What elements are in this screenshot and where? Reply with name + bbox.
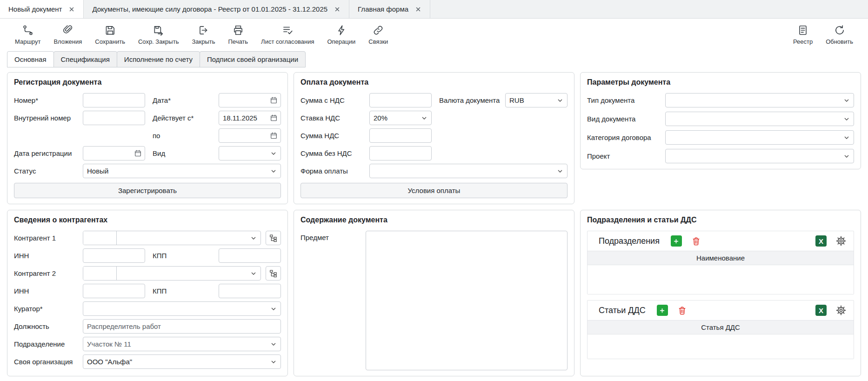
subject-textarea[interactable] bbox=[366, 231, 568, 370]
inn1-input[interactable] bbox=[83, 248, 145, 263]
tab-own-signatures[interactable]: Подписи своей организации bbox=[200, 51, 306, 67]
departments-add-row-button[interactable] bbox=[671, 235, 682, 247]
currency-select[interactable]: RUB bbox=[505, 93, 568, 107]
plus-icon bbox=[673, 238, 680, 245]
counterparty2-tree-button[interactable] bbox=[266, 266, 281, 281]
calendar-icon[interactable] bbox=[270, 96, 278, 104]
register-button[interactable]: Зарегистрировать bbox=[14, 183, 281, 198]
toolbar-label: Вложения bbox=[53, 38, 82, 45]
counterparty1-tree-button[interactable] bbox=[266, 231, 281, 245]
contract-category-select[interactable] bbox=[665, 130, 854, 145]
cashflow-export-excel-button[interactable]: X bbox=[815, 305, 827, 316]
currency-value: RUB bbox=[509, 96, 554, 104]
departments-settings-button[interactable] bbox=[835, 235, 847, 247]
window-tab-main-form[interactable]: Главная форма bbox=[349, 0, 430, 18]
counterparty2-select[interactable] bbox=[117, 267, 260, 280]
cashflow-delete-row-button[interactable] bbox=[676, 304, 688, 316]
registration-date-field[interactable] bbox=[83, 146, 145, 160]
doc-type-select[interactable] bbox=[665, 93, 854, 107]
toolbar-label: Сохранить bbox=[95, 38, 125, 45]
window-tab-registry-documents[interactable]: Документы, имеющие силу договора - Реест… bbox=[84, 0, 349, 18]
toolbar-label: Печать bbox=[228, 38, 248, 45]
toolbar-registry-button[interactable]: Реестр bbox=[788, 22, 817, 47]
departments-export-excel-button[interactable]: X bbox=[815, 235, 827, 247]
toolbar-links-button[interactable]: Связки bbox=[364, 22, 393, 47]
counterparty1-code-input[interactable] bbox=[83, 231, 117, 245]
panel-title: Оплата документа bbox=[300, 78, 568, 87]
toolbar-attachments-button[interactable]: Вложения bbox=[49, 22, 87, 47]
tab-main[interactable]: Основная bbox=[7, 51, 54, 67]
cashflow-add-row-button[interactable] bbox=[657, 305, 668, 316]
panel-payment: Оплата документа Сумма с НДС Валюта доку… bbox=[294, 72, 574, 204]
payment-form-select[interactable] bbox=[369, 164, 568, 178]
vat-rate-select[interactable]: 20% bbox=[369, 111, 432, 125]
label-vat-amount: Сумма НДС bbox=[300, 132, 369, 140]
position-input[interactable] bbox=[83, 319, 281, 334]
label-registration-date: Дата регистрации bbox=[14, 149, 83, 157]
toolbar-operations-button[interactable]: Операции bbox=[322, 22, 360, 47]
chevron-down-icon bbox=[270, 150, 277, 157]
counterparty2-code-input[interactable] bbox=[83, 267, 117, 280]
departments-table-toolbar: Подразделения X bbox=[588, 231, 854, 251]
calendar-icon[interactable] bbox=[134, 149, 142, 157]
trash-icon bbox=[691, 236, 701, 247]
tab-invoice-execution[interactable]: Исполнение по счету bbox=[117, 51, 200, 67]
status-select[interactable]: Новый bbox=[83, 164, 281, 178]
doc-date-field[interactable] bbox=[219, 93, 281, 107]
department-select[interactable]: Участок № 11 bbox=[83, 337, 281, 351]
counterparty1-select[interactable] bbox=[117, 231, 260, 245]
toolbar-refresh-button[interactable]: Обновить bbox=[821, 22, 858, 47]
departments-delete-row-button[interactable] bbox=[690, 235, 702, 247]
valid-from-field[interactable] bbox=[219, 111, 281, 125]
label-internal-number: Внутрений номер bbox=[14, 114, 83, 122]
chevron-down-icon bbox=[270, 305, 277, 313]
departments-table: Подразделения X Наименование bbox=[587, 231, 854, 294]
label-counterparty2: Контрагент 2 bbox=[14, 269, 83, 277]
form-tab-bar: Основная Спецификация Исполнение по счет… bbox=[0, 49, 868, 67]
panel-registration: Регистрация документа Номер* Дата* Внутр… bbox=[7, 72, 288, 204]
project-select[interactable] bbox=[665, 149, 854, 163]
window-tab-new-document[interactable]: Новый документ bbox=[0, 0, 84, 18]
tab-specification[interactable]: Спецификация bbox=[53, 51, 117, 67]
panel-title: Сведения о контрагентах bbox=[14, 216, 281, 224]
counterparty1-combobox[interactable] bbox=[83, 231, 261, 245]
toolbar-close-button[interactable]: Закрыть bbox=[187, 22, 220, 47]
label-number: Номер* bbox=[14, 96, 83, 104]
inn2-input[interactable] bbox=[83, 284, 145, 298]
amount-without-vat-input[interactable] bbox=[369, 146, 432, 160]
curator-select[interactable] bbox=[83, 301, 281, 316]
registry-icon bbox=[797, 24, 809, 36]
vat-amount-input[interactable] bbox=[369, 128, 432, 143]
panel-parameters: Параметры документа Тип документа Вид до… bbox=[580, 72, 861, 169]
toolbar-label: Лист согласования bbox=[261, 38, 314, 45]
payment-terms-button[interactable]: Условия оплаты bbox=[300, 183, 568, 198]
label-contract-category: Категория договора bbox=[587, 134, 665, 141]
toolbar-print-button[interactable]: Печать bbox=[224, 22, 253, 47]
close-tab-icon[interactable] bbox=[415, 6, 421, 13]
kpp1-input[interactable] bbox=[219, 248, 281, 263]
label-doc-type: Тип документа bbox=[587, 96, 665, 104]
counterparty2-combobox[interactable] bbox=[83, 266, 261, 281]
kind-select[interactable] bbox=[219, 146, 281, 160]
close-tab-icon[interactable] bbox=[334, 6, 341, 13]
number-input[interactable] bbox=[83, 93, 145, 107]
toolbar-save-button[interactable]: Сохранить bbox=[90, 22, 130, 47]
chevron-down-icon bbox=[250, 270, 257, 277]
toolbar-save-close-button[interactable]: Сохр. Закрыть bbox=[134, 22, 184, 47]
amount-with-vat-input[interactable] bbox=[369, 93, 432, 107]
main-toolbar: Маршрут Вложения Сохранить Сохр. Закрыть… bbox=[0, 19, 868, 49]
calendar-icon[interactable] bbox=[270, 132, 278, 140]
gear-icon bbox=[835, 305, 847, 316]
valid-to-field[interactable] bbox=[219, 128, 281, 143]
internal-number-input[interactable] bbox=[83, 111, 145, 125]
doc-kind-select[interactable] bbox=[665, 112, 854, 126]
own-organization-select[interactable]: ООО "Альфа" bbox=[83, 354, 281, 369]
close-tab-icon[interactable] bbox=[68, 6, 75, 13]
label-kind: Вид bbox=[145, 149, 219, 157]
kpp2-input[interactable] bbox=[219, 284, 281, 298]
toolbar-approval-sheet-button[interactable]: Лист согласования bbox=[256, 22, 319, 47]
panel-departments-cashflow: Подразделения и статьи ДДС Подразделения… bbox=[580, 210, 861, 376]
calendar-icon[interactable] bbox=[270, 114, 278, 122]
cashflow-settings-button[interactable] bbox=[835, 304, 847, 316]
toolbar-route-button[interactable]: Маршрут bbox=[10, 22, 45, 47]
